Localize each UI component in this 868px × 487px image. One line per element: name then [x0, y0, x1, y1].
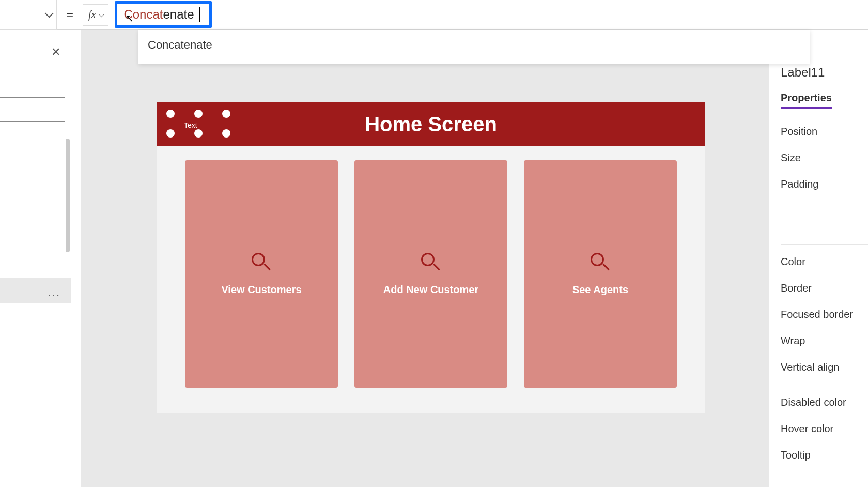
formula-rest: enate: [163, 7, 194, 21]
chevron-down-icon: [99, 11, 104, 17]
prop-vertical-align[interactable]: Vertical align: [781, 354, 868, 381]
formula-highlight: ↖ Concatenate: [115, 1, 212, 28]
tile-see-agents[interactable]: See Agents: [524, 160, 677, 388]
search-icon: [252, 253, 271, 272]
search-icon: [591, 253, 610, 272]
prop-hover-color[interactable]: Hover color: [781, 416, 868, 442]
prop-border[interactable]: Border: [781, 275, 868, 301]
formula-bar: = fx ↖ Concatenate: [0, 0, 868, 30]
intellisense-suggestion[interactable]: Concatenate: [138, 30, 810, 64]
tile-label: Add New Customer: [383, 284, 478, 296]
close-icon[interactable]: ✕: [51, 45, 60, 59]
suggestion-item[interactable]: Concatenate: [148, 38, 212, 51]
tab-properties[interactable]: Properties: [781, 92, 832, 109]
separator: [781, 385, 868, 385]
properties-pane: Label11 Properties Position Size Padding…: [769, 55, 868, 487]
formula-input[interactable]: ↖ Concatenate: [115, 0, 868, 30]
app-screen[interactable]: Text Home Screen View Customers Add New …: [157, 102, 705, 413]
tile-view-customers[interactable]: View Customers: [185, 160, 338, 388]
fx-button[interactable]: fx: [83, 4, 109, 26]
tile-label: View Customers: [221, 284, 301, 296]
prop-focused-border[interactable]: Focused border: [781, 301, 868, 328]
selected-label[interactable]: Text: [166, 110, 230, 139]
formula-text: Concatenate: [123, 7, 194, 22]
equals-sign: =: [57, 8, 83, 22]
tree-view-pane: ✕ ...: [0, 30, 71, 487]
property-dropdown[interactable]: [0, 0, 57, 30]
scrollbar[interactable]: [66, 139, 70, 252]
prop-color[interactable]: Color: [781, 249, 868, 275]
chevron-down-icon: [45, 9, 54, 18]
fx-label: fx: [88, 9, 96, 21]
screen-header: Text Home Screen: [157, 102, 705, 146]
tile-row: View Customers Add New Customer See Agen…: [157, 146, 705, 402]
text-cursor: [199, 7, 200, 22]
prop-disabled-color[interactable]: Disabled color: [781, 389, 868, 416]
screen-title: Home Screen: [365, 113, 497, 136]
prop-tooltip[interactable]: Tooltip: [781, 442, 868, 468]
prop-position[interactable]: Position: [781, 118, 868, 145]
search-icon: [421, 253, 441, 272]
selected-label-text: Text: [184, 121, 197, 129]
canvas: Text Home Screen View Customers Add New …: [81, 30, 769, 487]
separator: [781, 244, 868, 245]
tile-add-customer[interactable]: Add New Customer: [354, 160, 507, 388]
prop-size[interactable]: Size: [781, 145, 868, 171]
control-name: Label11: [781, 65, 868, 80]
tile-label: See Agents: [572, 284, 628, 296]
prop-wrap[interactable]: Wrap: [781, 328, 868, 354]
search-input[interactable]: [0, 97, 65, 122]
prop-padding[interactable]: Padding: [781, 171, 868, 197]
cursor-icon: ↖: [125, 12, 134, 24]
more-icon[interactable]: ...: [48, 286, 60, 299]
